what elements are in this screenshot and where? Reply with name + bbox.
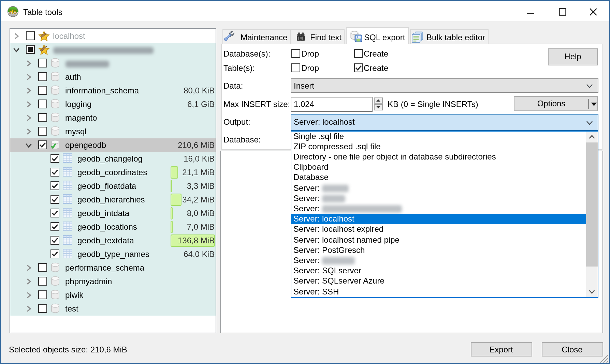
svg-text:HS: HS	[9, 9, 17, 15]
